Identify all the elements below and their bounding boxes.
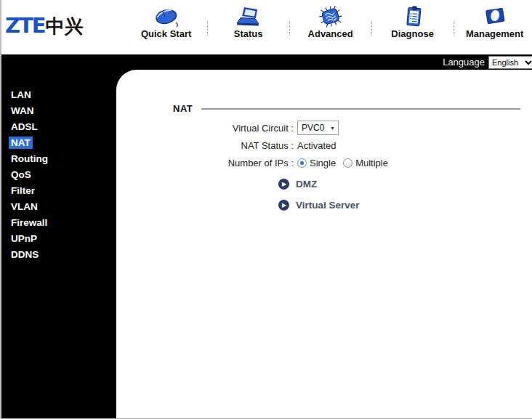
sidebar-item-ddns[interactable]: DDNS	[1, 247, 116, 263]
arrow-right-icon: ▶	[278, 179, 289, 190]
sidebar-item-label: UPnP	[9, 232, 39, 245]
sidebar-item-upnp[interactable]: UPnP	[1, 231, 116, 247]
nat-status-value: Activated	[297, 140, 336, 151]
dmz-link-label: DMZ	[296, 179, 317, 190]
nat-form: Virtual Circuit : PVC0 NAT Status : Acti…	[116, 121, 532, 170]
sidebar-item-lan[interactable]: LAN	[1, 87, 116, 103]
sidebar-item-label: LAN	[9, 89, 33, 101]
sidebar-item-label: WAN	[9, 105, 36, 117]
page-body: LAN WAN ADSL NAT Routing QoS Filter VLAN…	[1, 70, 532, 418]
multiple-radio-label[interactable]: Multiple	[355, 158, 388, 168]
nav-item-advanced[interactable]: Advanced	[290, 4, 371, 39]
mouse-icon	[152, 4, 181, 28]
single-radio-label[interactable]: Single	[310, 158, 336, 168]
section-header: NAT	[173, 103, 520, 114]
sidebar-item-label: Filter	[9, 184, 37, 197]
virtual-server-link-label: Virtual Server	[296, 200, 360, 211]
chip-icon	[316, 4, 345, 28]
sidebar-item-label: QoS	[9, 168, 33, 181]
virtual-circuit-select[interactable]: PVC0	[297, 121, 339, 135]
sidebar-item-label: NAT	[9, 137, 33, 149]
sidebar-item-label: VLAN	[9, 200, 40, 213]
nav-item-status[interactable]: Status	[208, 4, 289, 39]
dmz-link[interactable]: ▶ DMZ	[278, 179, 532, 190]
laptop-icon	[235, 4, 262, 28]
router-admin-page: ZTE中兴 Quick Start	[0, 0, 532, 419]
sidebar-item-label: Routing	[9, 152, 50, 165]
top-header: ZTE中兴 Quick Start	[1, 0, 532, 54]
sidebar-item-label: ADSL	[9, 121, 40, 133]
nav-item-diagnose[interactable]: Diagnose	[372, 4, 454, 39]
virtual-circuit-label: Virtual Circuit :	[116, 123, 294, 134]
number-of-ips-label: Number of IPs :	[116, 158, 294, 168]
sidebar-item-routing[interactable]: Routing	[1, 151, 116, 167]
number-of-ips-row: Number of IPs : Single Multiple	[116, 155, 532, 170]
virtual-circuit-row: Virtual Circuit : PVC0	[116, 121, 532, 135]
language-label: Language	[443, 57, 485, 68]
sidebar-item-label: DDNS	[9, 248, 41, 261]
section-divider	[201, 108, 520, 110]
content-panel: NAT Virtual Circuit : PVC0 NAT St	[116, 70, 532, 418]
virtual-server-link[interactable]: ▶ Virtual Server	[278, 200, 532, 211]
sidebar-item-vlan[interactable]: VLAN	[1, 199, 116, 215]
clipboard-icon	[399, 4, 427, 28]
zte-logo: ZTE中兴	[5, 15, 84, 36]
multiple-radio[interactable]	[343, 158, 352, 168]
language-select[interactable]: English	[488, 56, 532, 69]
management-icon	[480, 4, 509, 28]
page-title: NAT	[173, 103, 193, 114]
single-radio[interactable]	[297, 158, 307, 168]
nav-label: Advanced	[308, 28, 353, 39]
nat-links: ▶ DMZ ▶ Virtual Server	[278, 179, 532, 211]
logo-text-cn: 中兴	[46, 15, 84, 37]
logo-text-zte: ZTE	[5, 13, 45, 38]
nat-status-label: NAT Status :	[116, 140, 294, 151]
sidebar-item-wan[interactable]: WAN	[1, 103, 116, 119]
sidebar-item-firewall[interactable]: Firewall	[1, 215, 116, 231]
sidebar-item-filter[interactable]: Filter	[1, 183, 116, 199]
arrow-right-icon: ▶	[278, 200, 289, 211]
language-bar: Language English	[1, 54, 532, 70]
main-nav: Quick Start Status	[126, 4, 532, 39]
sidebar-item-qos[interactable]: QoS	[1, 167, 116, 183]
nav-label: Management	[466, 28, 523, 39]
nav-label: Diagnose	[391, 28, 434, 39]
sidebar-item-adsl[interactable]: ADSL	[1, 119, 116, 135]
sidebar-item-nat[interactable]: NAT	[1, 135, 116, 151]
nav-item-quick-start[interactable]: Quick Start	[126, 4, 207, 39]
nat-status-row: NAT Status : Activated	[116, 138, 532, 152]
virtual-circuit-select-wrap: PVC0	[297, 121, 339, 135]
nav-label: Quick Start	[141, 28, 191, 39]
nav-item-management[interactable]: Management	[454, 4, 532, 39]
nav-label: Status	[234, 28, 263, 39]
sidebar-menu: LAN WAN ADSL NAT Routing QoS Filter VLAN…	[1, 70, 116, 418]
sidebar-item-label: Firewall	[9, 216, 49, 229]
